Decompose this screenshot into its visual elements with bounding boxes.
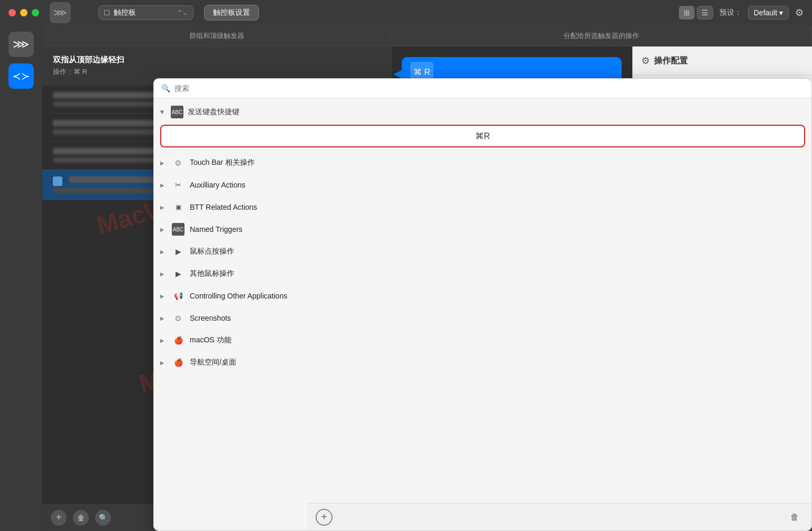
mouse-click-label: 鼠标点按操作: [190, 247, 234, 256]
collapsed-arrow-icon: ▶: [160, 293, 164, 299]
trigger-subtitle: 操作：⌘ R: [53, 67, 380, 77]
named-triggers-label: Named Triggers: [190, 225, 243, 234]
device-arrows-icon: ⌃⌄: [177, 9, 188, 16]
dropdown-list: ▶ ABC 发送键盘快捷键 ⌘R ▶ ⊙ Touch Bar 相关操作: [154, 98, 811, 530]
section-macos-features[interactable]: ▶ 🍎 macOS 功能: [154, 329, 811, 351]
collapsed-arrow-icon: ▶: [160, 338, 164, 343]
gear-button[interactable]: ⚙: [795, 7, 804, 18]
close-button[interactable]: [8, 9, 16, 16]
device-selector[interactable]: □ 触控板 ⌃⌄: [98, 5, 193, 20]
spaces-label: 导航空间/桌面: [190, 358, 236, 367]
controlling-apps-icon: 📢: [172, 290, 184, 302]
trackpad-settings-button[interactable]: 触控板设置: [204, 5, 259, 21]
collapsed-arrow-icon: ▶: [160, 182, 164, 188]
dropdown-delete-button[interactable]: 🗑: [786, 509, 803, 526]
preset-value: Default: [754, 8, 777, 17]
config-title: 操作配置: [654, 55, 688, 67]
collapsed-arrow-icon: ▶: [160, 227, 164, 232]
search-bar: 🔍: [154, 79, 811, 98]
dropdown-bottom-bar: + 🗑: [307, 503, 811, 530]
other-mouse-label: 其他鼠标操作: [190, 269, 234, 278]
traffic-lights: [8, 9, 39, 16]
spaces-icon: 🍎: [172, 356, 184, 369]
touch-bar-icon: ⊙: [172, 156, 184, 169]
preset-label: 预设：: [719, 8, 742, 17]
delete-bottom-button[interactable]: 🗑: [73, 510, 89, 526]
main-container: ⋙ ≺≻ 群组和顶级触发器 分配给所选触发器的操作 双指从顶部边缘轻扫 操作：⌘…: [0, 25, 812, 531]
search-bottom-button[interactable]: 🔍: [95, 510, 111, 526]
section-btt-related[interactable]: ▶ ▣ BTT Related Actions: [154, 196, 811, 218]
add-bottom-button[interactable]: +: [51, 510, 67, 526]
search-input[interactable]: [174, 84, 804, 92]
screenshots-icon: ⊙: [172, 312, 184, 324]
collapsed-arrow-icon: ▶: [160, 315, 164, 321]
section-other-mouse[interactable]: ▶ ▶ 其他鼠标操作: [154, 263, 811, 285]
other-mouse-icon: ▶: [172, 267, 184, 280]
section-keyboard-shortcuts[interactable]: ▶ ABC 发送键盘快捷键: [154, 101, 811, 123]
collapsed-arrow-icon: ▶: [160, 249, 164, 255]
screenshots-label: Screenshots: [190, 314, 231, 322]
btt-icon-symbol: ⋙: [13, 38, 29, 51]
section-spaces[interactable]: ▶ 🍎 导航空间/桌面: [154, 351, 811, 374]
section-named-triggers[interactable]: ▶ ABC Named Triggers: [154, 218, 811, 240]
btt-icon[interactable]: ⋙: [8, 32, 34, 57]
btt-related-label: BTT Related Actions: [190, 203, 257, 211]
touch-bar-label: Touch Bar 相关操作: [190, 158, 255, 167]
section-touch-bar[interactable]: ▶ ⊙ Touch Bar 相关操作: [154, 152, 811, 174]
minimize-button[interactable]: [20, 9, 27, 16]
auxiliary-label: Auxilliary Actions: [190, 181, 245, 189]
grid-view-button[interactable]: ⊞: [679, 6, 695, 20]
view-controls: ⊞ ☰: [679, 6, 713, 20]
shortcut-input-value: ⌘R: [475, 131, 490, 141]
section-keyboard-label: 发送键盘快捷键: [188, 107, 239, 117]
columns-container: 双指从顶部边缘轻扫 操作：⌘ R: [42, 46, 812, 531]
macos-icon: 🍎: [172, 334, 184, 347]
section-controlling-apps[interactable]: ▶ 📢 Controlling Other Applications: [154, 285, 811, 307]
section-screenshots[interactable]: ▶ ⊙ Screenshots: [154, 307, 811, 329]
app-sidebar: ⋙ ≺≻: [0, 25, 42, 531]
device-icon: □: [104, 8, 109, 17]
collapsed-arrow-icon: ▶: [160, 204, 164, 210]
auxiliary-icon: ✂: [172, 179, 184, 191]
right-column-header: 分配给所选触发器的操作: [391, 25, 812, 46]
content-area: 群组和顶级触发器 分配给所选触发器的操作 双指从顶部边缘轻扫 操作：⌘ R: [42, 25, 812, 531]
controlling-apps-label: Controlling Other Applications: [190, 292, 287, 300]
dropdown-add-button[interactable]: +: [316, 509, 333, 526]
expand-arrow-icon: ▶: [160, 110, 165, 114]
named-triggers-icon: ABC: [172, 223, 184, 236]
gear-icon: ⚙: [641, 55, 650, 67]
btt-app-icon: ⋙: [50, 2, 71, 23]
collapsed-arrow-icon: ▶: [160, 271, 164, 277]
titlebar: ⋙ □ 触控板 ⌃⌄ 触控板设置 ⊞ ☰ 预设： Default ▾ ⚙: [0, 0, 812, 25]
vscode-icon-symbol: ≺≻: [12, 70, 30, 82]
blue-tag-icon: [53, 176, 62, 186]
config-header: ⚙ 操作配置: [633, 46, 812, 76]
mouse-click-icon: ▶: [172, 245, 184, 258]
btt-related-icon: ▣: [172, 201, 184, 213]
preset-selector[interactable]: Default ▾: [748, 6, 789, 20]
section-auxiliary[interactable]: ▶ ✂ Auxilliary Actions: [154, 174, 811, 196]
shortcut-input-row[interactable]: ⌘R: [160, 125, 805, 147]
trigger-title: 双指从顶部边缘轻扫: [53, 55, 380, 65]
action-config-panel: ⚙ 操作配置 选择预定义的操作或键盘快捷键 ⌘ R ▾ 🔍: [632, 46, 812, 531]
dropdown-overlay: 🔍 ▶ ABC 发送键盘快捷键 ⌘R: [153, 78, 812, 531]
search-icon: 🔍: [161, 84, 170, 92]
vscode-icon[interactable]: ≺≻: [8, 63, 34, 89]
left-column-header: 群组和顶级触发器: [42, 25, 391, 46]
trigger-item-blue-sub: [53, 188, 168, 193]
trigger-item-blurred-sub: [53, 129, 168, 135]
maximize-button[interactable]: [32, 9, 39, 16]
collapsed-arrow-icon: ▶: [160, 160, 164, 166]
collapsed-arrow-icon: ▶: [160, 360, 164, 366]
list-view-button[interactable]: ☰: [697, 6, 713, 20]
macos-label: macOS 功能: [190, 336, 232, 345]
device-name-label: 触控板: [114, 8, 173, 17]
abc-icon: ABC: [171, 106, 183, 118]
section-mouse-click[interactable]: ▶ ▶ 鼠标点按操作: [154, 240, 811, 263]
action-shortcut-label: ⌘ R: [413, 67, 430, 77]
column-headers: 群组和顶级触发器 分配给所选触发器的操作: [42, 25, 812, 46]
